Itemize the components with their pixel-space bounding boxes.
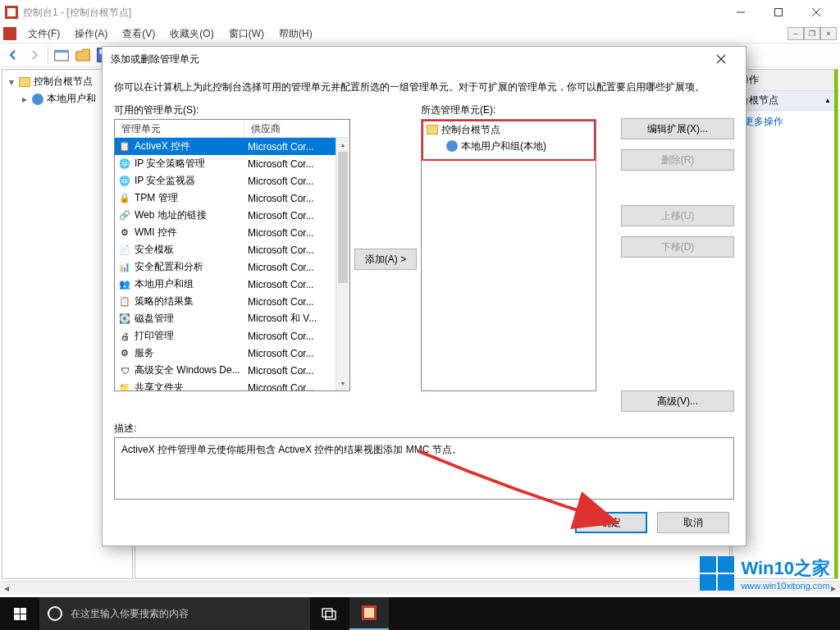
- add-button[interactable]: 添加(A) >: [354, 249, 417, 270]
- dialog-close-button[interactable]: [705, 48, 737, 71]
- snapin-name: 共享文件夹: [135, 381, 184, 390]
- snapin-icon: 📄: [118, 244, 131, 257]
- list-item[interactable]: 🛡高级安全 Windows De...Microsoft Cor...: [115, 362, 349, 379]
- mdi-close[interactable]: ×: [820, 27, 837, 40]
- add-remove-snapin-dialog: 添加或删除管理单元 你可以在计算机上为此控制台选择可用的管理单元并配置所选的一组…: [102, 46, 746, 546]
- scrollbar-accent[interactable]: [834, 70, 838, 578]
- list-scrollbar[interactable]: ▴ ▾: [336, 138, 349, 390]
- scroll-up-icon[interactable]: ▴: [336, 138, 349, 152]
- col-vendor[interactable]: 供应商: [244, 120, 349, 137]
- menu-favorites[interactable]: 收藏夹(O): [163, 25, 220, 43]
- snapin-icon: 🌐: [118, 175, 131, 188]
- toolbar-open-icon[interactable]: [73, 45, 93, 65]
- snapin-name: WMI 控件: [135, 226, 177, 240]
- snapin-name: IP 安全监视器: [135, 174, 195, 188]
- move-up-button[interactable]: 上移(U): [621, 205, 734, 226]
- list-item[interactable]: 🔗Web 地址的链接Microsoft Cor...: [115, 207, 349, 224]
- selected-root-label: 控制台根节点: [441, 123, 500, 137]
- description-label: 描述:: [114, 422, 734, 435]
- list-item[interactable]: 📁共享文件夹Microsoft Cor...: [115, 379, 349, 390]
- task-view-button[interactable]: [310, 597, 349, 630]
- remove-button[interactable]: 删除(R): [621, 149, 734, 171]
- expand-icon[interactable]: ▸: [21, 94, 29, 105]
- list-item[interactable]: 🌐IP 安全策略管理Microsoft Cor...: [115, 155, 349, 172]
- folder-icon: [427, 125, 438, 135]
- snapin-vendor: Microsoft Cor...: [244, 141, 349, 153]
- scroll-down-icon[interactable]: ▾: [336, 377, 349, 390]
- list-item[interactable]: ⚙WMI 控件Microsoft Cor...: [115, 224, 349, 241]
- col-snapin[interactable]: 管理单元: [115, 120, 244, 137]
- snapin-icon: 📊: [118, 261, 131, 274]
- list-item[interactable]: 🖨打印管理Microsoft Cor...: [115, 327, 349, 345]
- snapin-icon: 🛡: [118, 364, 131, 377]
- actions-section[interactable]: 台根节点 ▲: [733, 91, 838, 111]
- selected-child[interactable]: 本地用户和组(本地): [423, 138, 594, 154]
- taskbar-search[interactable]: 在这里输入你要搜索的内容: [39, 597, 310, 630]
- list-item[interactable]: 📄安全模板Microsoft Cor...: [115, 241, 349, 258]
- snapin-vendor: Microsoft 和 V...: [244, 312, 349, 326]
- ok-button[interactable]: 确定: [575, 512, 647, 533]
- selected-snapins-tree[interactable]: 控制台根节点 本地用户和组(本地): [421, 119, 596, 391]
- advanced-button[interactable]: 高级(V)...: [621, 390, 734, 412]
- list-item[interactable]: 📋策略的结果集Microsoft Cor...: [115, 293, 349, 310]
- actions-more[interactable]: 更多操作: [733, 111, 838, 133]
- menu-help[interactable]: 帮助(H): [272, 25, 319, 43]
- available-snapins-list[interactable]: 管理单元 供应商 📋ActiveX 控件Microsoft Cor...🌐IP …: [114, 119, 350, 391]
- scroll-thumb[interactable]: [338, 152, 348, 283]
- snapin-name: TPM 管理: [135, 191, 178, 205]
- snapin-icon: 📁: [118, 381, 131, 391]
- snapin-name: 安全配置和分析: [135, 260, 203, 274]
- start-button[interactable]: [0, 597, 39, 630]
- toolbar-new-icon[interactable]: [52, 45, 71, 65]
- snapin-icon: 💽: [118, 313, 131, 326]
- list-item[interactable]: 🌐IP 安全监视器Microsoft Cor...: [115, 172, 349, 189]
- collapse-icon[interactable]: ▲: [824, 97, 831, 104]
- snapin-vendor: Microsoft Cor...: [244, 382, 349, 391]
- close-button[interactable]: [797, 0, 835, 25]
- scroll-left-icon[interactable]: ◂: [0, 582, 13, 594]
- list-item[interactable]: 🔒TPM 管理Microsoft Cor...: [115, 189, 349, 207]
- mdi-controls: – ❐ ×: [788, 27, 837, 40]
- menu-view[interactable]: 查看(V): [116, 25, 162, 43]
- snapin-vendor: Microsoft Cor...: [244, 262, 349, 273]
- cancel-button[interactable]: 取消: [657, 512, 729, 533]
- actions-pane: 操作 台根节点 ▲ 更多操作: [732, 69, 838, 579]
- mdi-restore[interactable]: ❐: [804, 27, 820, 40]
- selected-root[interactable]: 控制台根节点: [423, 121, 594, 138]
- snapin-vendor: Microsoft Cor...: [244, 348, 349, 359]
- menu-file[interactable]: 文件(F): [21, 25, 66, 43]
- minimize-button[interactable]: [722, 0, 760, 25]
- selected-label: 所选管理单元(E):: [421, 103, 596, 116]
- back-button[interactable]: [3, 45, 23, 65]
- list-item[interactable]: ⚙服务Microsoft Cor...: [115, 345, 349, 362]
- forward-button[interactable]: [25, 45, 44, 65]
- snapin-vendor: Microsoft Cor...: [244, 279, 349, 290]
- menubar: 文件(F) 操作(A) 查看(V) 收藏夹(O) 窗口(W) 帮助(H) – ❐…: [0, 25, 840, 43]
- snapin-vendor: Microsoft Cor...: [244, 296, 349, 308]
- taskbar: 在这里输入你要搜索的内容: [0, 597, 840, 630]
- maximize-button[interactable]: [760, 0, 797, 25]
- svg-rect-1: [775, 9, 783, 16]
- list-header: 管理单元 供应商: [115, 120, 349, 138]
- snapin-icon: 📋: [118, 140, 131, 153]
- snapin-name: 安全模板: [135, 243, 174, 257]
- description-box: ActiveX 控件管理单元使你能用包含 ActiveX 控件的结果视图添加 M…: [114, 437, 734, 500]
- watermark-url: www.win10xitong.com: [741, 581, 829, 591]
- snapin-vendor: Microsoft Cor...: [244, 244, 349, 256]
- expand-icon[interactable]: ▾: [7, 76, 16, 88]
- move-down-button[interactable]: 下移(D): [621, 236, 734, 258]
- snapin-vendor: Microsoft Cor...: [244, 193, 349, 204]
- window-titlebar: 控制台1 - [控制台根节点]: [0, 0, 840, 25]
- windows-logo-icon: [14, 608, 26, 620]
- snapin-icon: ⚙: [118, 226, 131, 240]
- list-item[interactable]: 💽磁盘管理Microsoft 和 V...: [115, 310, 349, 327]
- list-item[interactable]: 👥本地用户和组Microsoft Cor...: [115, 276, 349, 293]
- edit-extensions-button[interactable]: 编辑扩展(X)...: [621, 118, 734, 139]
- list-item[interactable]: 📋ActiveX 控件Microsoft Cor...: [115, 138, 349, 155]
- mdi-minimize[interactable]: –: [788, 27, 804, 40]
- snapin-vendor: Microsoft Cor...: [244, 365, 349, 377]
- menu-action[interactable]: 操作(A): [68, 25, 114, 43]
- taskbar-mmc-button[interactable]: [349, 597, 389, 630]
- list-item[interactable]: 📊安全配置和分析Microsoft Cor...: [115, 258, 349, 276]
- menu-window[interactable]: 窗口(W): [222, 25, 271, 43]
